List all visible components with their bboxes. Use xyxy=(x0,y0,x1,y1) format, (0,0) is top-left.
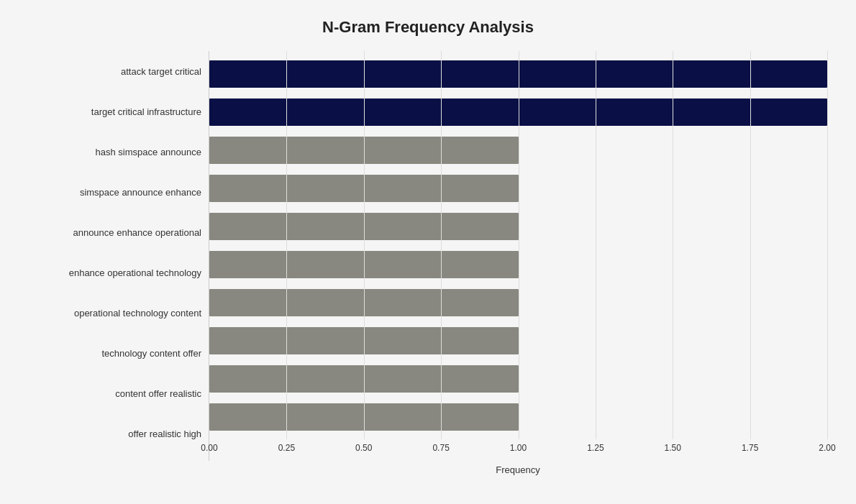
grid-line xyxy=(827,51,828,439)
x-axis-label: Frequency xyxy=(209,464,827,475)
x-tick: 0.50 xyxy=(355,443,372,453)
x-axis: 0.000.250.500.751.001.251.501.752.00 xyxy=(209,439,827,461)
chart-title: N-Gram Frequency Analysis xyxy=(29,18,827,37)
x-tick: 0.25 xyxy=(278,443,295,453)
y-axis-label: enhance operational technology xyxy=(29,254,201,291)
x-tick: 1.75 xyxy=(742,443,758,453)
x-tick: 0.00 xyxy=(201,443,217,453)
x-tick: 1.00 xyxy=(510,443,527,453)
x-tick: 0.75 xyxy=(432,443,449,453)
y-axis-label: announce enhance operational xyxy=(29,214,201,251)
y-axis-label: content offer realistic xyxy=(29,375,201,412)
grid-line xyxy=(750,51,751,439)
bars-area: 0.000.250.500.751.001.251.501.752.00 Fre… xyxy=(209,51,827,475)
y-axis-label: hash simspace announce xyxy=(29,133,201,170)
y-axis-label: operational technology content xyxy=(29,294,201,331)
grid-line xyxy=(441,51,442,439)
x-tick: 2.00 xyxy=(819,443,835,453)
x-tick: 1.50 xyxy=(665,443,681,453)
y-axis-label: technology content offer xyxy=(29,334,201,372)
x-tick: 1.25 xyxy=(587,443,604,453)
y-axis-label: simspace announce enhance xyxy=(29,173,201,211)
y-axis-labels: attack target criticaltarget critical in… xyxy=(29,51,209,475)
grid-line xyxy=(519,51,519,439)
grid-line xyxy=(596,51,596,439)
chart-container: N-Gram Frequency Analysis attack target … xyxy=(0,0,856,504)
grid-line xyxy=(286,51,287,439)
y-axis-label: offer realistic high xyxy=(29,415,201,452)
grid-line xyxy=(673,51,673,439)
y-axis-label: target critical infrastructure xyxy=(29,93,201,130)
chart-area: attack target criticaltarget critical in… xyxy=(29,51,827,475)
grid-line xyxy=(364,51,365,439)
grid-and-bars: 0.000.250.500.751.001.251.501.752.00 xyxy=(209,51,827,461)
y-axis-label: attack target critical xyxy=(29,52,201,90)
